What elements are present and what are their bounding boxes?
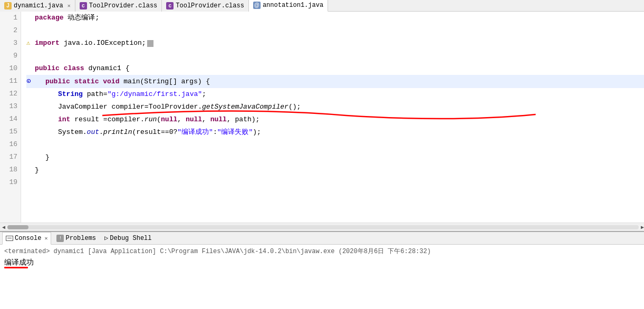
tab-toolprovider-class-1[interactable]: c ToolProvider.class <box>75 0 162 12</box>
debug-tab-label: Debug Shell <box>110 235 151 242</box>
problems-tab-label: Problems <box>65 235 96 242</box>
code-line-1: package 动态编译; <box>26 12 644 24</box>
scroll-track[interactable] <box>7 225 639 229</box>
tab-bar: J dynamic1.java ✕ c ToolProvider.class c… <box>0 0 644 12</box>
tab-toolprovider-class-2[interactable]: c ToolProvider.class <box>162 0 249 12</box>
console-output-wrapper: 编译成功 <box>4 258 34 267</box>
code-content[interactable]: package 动态编译; ⚠ import java.io.IOExcepti… <box>21 12 644 223</box>
code-line-18: } <box>26 164 644 177</box>
code-line-14: int result =compiler.run(null, null, nul… <box>26 113 644 126</box>
tab-label: dynamic1.java <box>14 2 63 9</box>
scroll-thumb[interactable] <box>7 225 28 229</box>
console-tab-close[interactable]: ✕ <box>44 235 47 242</box>
tab-label: ToolProvider.class <box>176 2 244 9</box>
tab-label: ToolProvider.class <box>89 2 158 9</box>
class-file-icon: c <box>166 2 174 9</box>
execution-arrow: ⊙ <box>26 77 31 85</box>
code-line-12: String path="g:/dynamic/first.java"; <box>26 88 644 101</box>
scroll-right-arrow[interactable]: ▶ <box>641 224 644 230</box>
console-tab-bar: Console ✕ ! Problems ▷ Debug Shell <box>0 232 644 245</box>
console-content: <terminated> dynamic1 [Java Application]… <box>0 245 644 309</box>
tab-label: annotation1.java <box>263 2 323 9</box>
code-line-9 <box>26 50 644 62</box>
tab-close-icon[interactable]: ✕ <box>68 3 71 9</box>
code-line-3: ⚠ import java.io.IOException; <box>26 37 644 50</box>
console-area: Console ✕ ! Problems ▷ Debug Shell <term… <box>0 231 644 309</box>
code-line-11: ⊙ public static void main(String[] args)… <box>26 75 644 88</box>
annotation-file-icon: @ <box>253 2 261 9</box>
import-block-marker <box>147 40 153 47</box>
tab-annotation1-java[interactable]: @ annotation1.java <box>249 0 328 12</box>
code-line-19 <box>26 177 644 189</box>
java-file-icon: J <box>4 2 12 9</box>
line-numbers: 1 2 3 9 10 11 12 13 14 15 16 17 18 19 <box>0 12 21 223</box>
problems-icon: ! <box>56 235 64 242</box>
console-output-underline <box>4 267 28 268</box>
code-line-16 <box>26 139 644 151</box>
code-line-13: JavaCompiler compiler=ToolProvider.getSy… <box>26 101 644 113</box>
code-line-10: public class dynamic1 { <box>26 62 644 75</box>
console-icon <box>6 236 13 241</box>
code-line-2 <box>26 24 644 37</box>
console-tab-console[interactable]: Console ✕ <box>2 232 51 245</box>
horizontal-scrollbar[interactable]: ◀ ▶ <box>0 223 644 231</box>
class-file-icon: c <box>80 2 87 9</box>
code-line-15: System.out.println(result==0?"编译成功":"编译失… <box>26 126 644 139</box>
console-tab-label: Console <box>15 235 41 242</box>
scroll-left-arrow[interactable]: ◀ <box>2 224 5 230</box>
console-output: 编译成功 <box>4 258 34 267</box>
warning-icon: ⚠ <box>26 40 30 47</box>
code-line-17: } <box>26 151 644 164</box>
tab-dynamic1-java[interactable]: J dynamic1.java ✕ <box>0 0 75 12</box>
console-tab-debug-shell[interactable]: ▷ Debug Shell <box>101 232 155 245</box>
console-terminated-line: <terminated> dynamic1 [Java Application]… <box>4 247 640 256</box>
console-tab-problems[interactable]: ! Problems <box>53 232 99 245</box>
editor-area: 1 2 3 9 10 11 12 13 14 15 16 17 18 19 pa… <box>0 12 644 223</box>
debug-icon: ▷ <box>104 234 108 242</box>
